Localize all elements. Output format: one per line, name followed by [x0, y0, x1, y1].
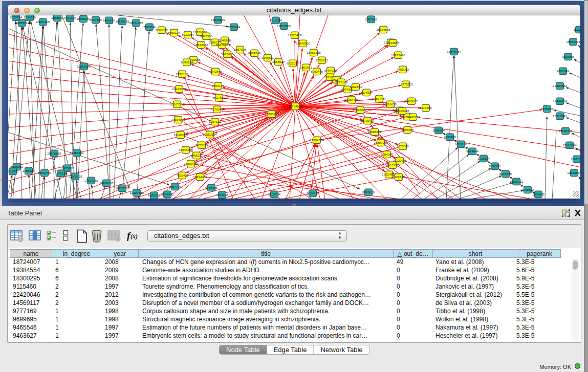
- svg-text:14055721: 14055721: [15, 21, 29, 25]
- svg-text:10719155: 10719155: [115, 19, 129, 23]
- svg-text:18807249: 18807249: [374, 141, 388, 144]
- svg-text:7293108: 7293108: [216, 193, 229, 196]
- svg-text:7625402: 7625402: [176, 173, 189, 177]
- svg-text:16099489: 16099489: [184, 162, 198, 165]
- svg-text:16210643: 16210643: [553, 114, 567, 118]
- svg-text:17957255: 17957255: [84, 179, 98, 182]
- svg-text:16961758: 16961758: [307, 51, 321, 54]
- svg-text:20206556: 20206556: [47, 151, 61, 155]
- svg-text:16782759: 16782759: [115, 186, 129, 190]
- svg-text:1065532: 1065532: [51, 16, 64, 19]
- svg-text:(x): (x): [130, 233, 138, 240]
- svg-text:10653287: 10653287: [76, 17, 91, 20]
- svg-text:9463627: 9463627: [405, 99, 418, 103]
- svg-text:12444154: 12444154: [553, 99, 567, 103]
- svg-text:6108234: 6108234: [268, 192, 281, 196]
- svg-text:10958167: 10958167: [99, 181, 114, 185]
- svg-text:9327503: 9327503: [200, 34, 213, 38]
- svg-text:12213389: 12213389: [172, 87, 186, 91]
- svg-text:7955812: 7955812: [316, 58, 329, 62]
- svg-text:18107553: 18107553: [170, 102, 184, 106]
- svg-text:3624554: 3624554: [360, 91, 373, 94]
- svg-text:9242848: 9242848: [209, 70, 222, 73]
- svg-text:6322037: 6322037: [287, 61, 299, 65]
- svg-text:10975867: 10975867: [60, 166, 74, 170]
- svg-text:8970619: 8970619: [362, 190, 375, 194]
- svg-text:12023446: 12023446: [129, 191, 144, 194]
- svg-text:6216055: 6216055: [384, 102, 397, 106]
- svg-text:9245072: 9245072: [148, 193, 161, 197]
- svg-text:20053346: 20053346: [77, 64, 91, 68]
- svg-text:16033809: 16033809: [211, 18, 225, 21]
- svg-text:10807487: 10807487: [372, 97, 386, 100]
- svg-text:10025433: 10025433: [395, 109, 409, 113]
- svg-text:9427552: 9427552: [213, 96, 226, 99]
- svg-text:8215955: 8215955: [541, 107, 554, 111]
- svg-text:16914469: 16914469: [193, 175, 207, 179]
- svg-text:2867608: 2867608: [234, 48, 247, 51]
- svg-text:2718176: 2718176: [176, 72, 189, 76]
- svg-text:21364436: 21364436: [344, 98, 359, 101]
- svg-text:6466160: 6466160: [103, 18, 116, 22]
- svg-text:1065402: 1065402: [532, 192, 545, 196]
- svg-text:3267130: 3267130: [209, 120, 222, 123]
- svg-text:6794028: 6794028: [324, 69, 337, 72]
- svg-text:9318807: 9318807: [64, 16, 77, 20]
- svg-text:19692971: 19692971: [558, 129, 573, 133]
- svg-text:1362615: 1362615: [300, 65, 313, 69]
- svg-text:7462664: 7462664: [350, 85, 362, 89]
- svg-text:7632621: 7632621: [489, 164, 502, 168]
- svg-text:10973493: 10973493: [391, 53, 405, 57]
- svg-text:5675685: 5675685: [221, 52, 234, 56]
- svg-text:16046728: 16046728: [179, 148, 193, 151]
- svg-text:2055724: 2055724: [10, 15, 23, 19]
- svg-text:8471676: 8471676: [499, 172, 512, 176]
- svg-text:9457791: 9457791: [169, 185, 182, 188]
- svg-text:9115460: 9115460: [420, 106, 432, 110]
- svg-text:12093852: 12093852: [553, 84, 567, 87]
- svg-text:19384554: 19384554: [310, 138, 324, 142]
- svg-text:7515524: 7515524: [143, 25, 156, 29]
- svg-text:9524012: 9524012: [307, 191, 319, 195]
- svg-text:17016504: 17016504: [562, 143, 577, 147]
- svg-text:9890154: 9890154: [181, 60, 193, 64]
- svg-text:12505135: 12505135: [68, 174, 82, 178]
- svg-text:20691406: 20691406: [36, 20, 50, 24]
- svg-text:16640910: 16640910: [296, 41, 310, 45]
- svg-text:1965408: 1965408: [401, 128, 414, 132]
- svg-text:1112048: 1112048: [573, 28, 580, 31]
- svg-text:11325419: 11325419: [288, 33, 302, 37]
- svg-text:7663822: 7663822: [156, 28, 168, 32]
- svg-text:19353584: 19353584: [203, 133, 217, 136]
- svg-text:1156829: 1156829: [23, 169, 35, 172]
- svg-text:2803144: 2803144: [212, 84, 225, 87]
- svg-text:1527602: 1527602: [90, 18, 102, 21]
- svg-text:15720407: 15720407: [360, 119, 375, 122]
- svg-text:7485063: 7485063: [397, 68, 409, 71]
- svg-text:10654112: 10654112: [509, 180, 524, 183]
- svg-text:12034504: 12034504: [567, 171, 580, 174]
- svg-text:2087682: 2087682: [365, 17, 378, 21]
- svg-text:19654935: 19654935: [171, 118, 185, 121]
- svg-text:1933719: 1933719: [24, 15, 36, 19]
- svg-text:1213967: 1213967: [387, 41, 400, 45]
- svg-text:5578335: 5578335: [195, 143, 208, 147]
- svg-text:8660124: 8660124: [168, 31, 181, 34]
- svg-text:5716485: 5716485: [205, 186, 218, 189]
- svg-text:8938928: 8938928: [444, 135, 456, 139]
- svg-text:16154808: 16154808: [376, 28, 390, 31]
- svg-text:6879197: 6879197: [455, 142, 468, 146]
- svg-text:10671355: 10671355: [129, 21, 143, 25]
- svg-text:9227349: 9227349: [557, 69, 570, 73]
- svg-text:7986322: 7986322: [354, 108, 367, 112]
- svg-text:18724007: 18724007: [288, 104, 302, 108]
- svg-text:1167531: 1167531: [571, 157, 580, 161]
- svg-text:9329966: 9329966: [562, 55, 575, 58]
- svg-text:8124503: 8124503: [161, 192, 174, 196]
- svg-text:10688609: 10688609: [367, 130, 382, 134]
- svg-text:18300295: 18300295: [265, 112, 279, 116]
- svg-text:17359924: 17359924: [70, 151, 84, 155]
- svg-text:9146821: 9146821: [262, 56, 274, 59]
- svg-text:1546208: 1546208: [219, 38, 231, 42]
- svg-text:9474444: 9474444: [466, 149, 479, 153]
